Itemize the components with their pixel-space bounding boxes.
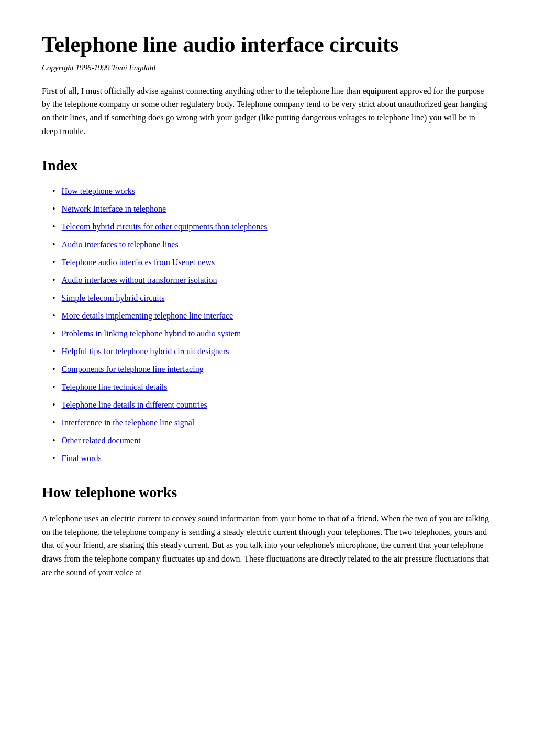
index-link-different-countries[interactable]: Telephone line details in different coun… bbox=[62, 399, 207, 411]
index-link-network-interface[interactable]: Network Interface in telephone bbox=[62, 203, 166, 215]
list-item: Problems in linking telephone hybrid to … bbox=[52, 327, 492, 340]
list-item: Telephone line technical details bbox=[52, 381, 492, 393]
index-link-simple-telecom[interactable]: Simple telecom hybrid circuits bbox=[62, 292, 165, 304]
list-item: Audio interfaces to telephone lines bbox=[52, 238, 492, 251]
index-link-how-telephone-works[interactable]: How telephone works bbox=[62, 185, 135, 198]
intro-paragraph: First of all, I must officially advise a… bbox=[42, 84, 492, 138]
index-link-other-related[interactable]: Other related document bbox=[62, 434, 141, 447]
page-title: Telephone line audio interface circuits bbox=[42, 31, 492, 58]
index-link-audio-interfaces[interactable]: Audio interfaces to telephone lines bbox=[62, 238, 179, 251]
how-telephone-heading: How telephone works bbox=[42, 481, 492, 503]
list-item: Audio interfaces without transformer iso… bbox=[52, 274, 492, 287]
list-item: Final words bbox=[52, 452, 492, 465]
index-list: How telephone works Network Interface in… bbox=[42, 185, 492, 465]
index-link-without-transformer[interactable]: Audio interfaces without transformer iso… bbox=[62, 274, 217, 287]
index-link-telecom-hybrid[interactable]: Telecom hybrid circuits for other equipm… bbox=[62, 221, 268, 233]
list-item: Telephone audio interfaces from Usenet n… bbox=[52, 256, 492, 269]
list-item: Helpful tips for telephone hybrid circui… bbox=[52, 345, 492, 358]
index-link-components[interactable]: Components for telephone line interfacin… bbox=[62, 363, 204, 376]
index-link-more-details[interactable]: More details implementing telephone line… bbox=[62, 310, 233, 322]
how-telephone-text: A telephone uses an electric current to … bbox=[42, 512, 492, 579]
list-item: Telecom hybrid circuits for other equipm… bbox=[52, 221, 492, 233]
list-item: Telephone line details in different coun… bbox=[52, 399, 492, 411]
list-item: Network Interface in telephone bbox=[52, 203, 492, 215]
index-link-interference[interactable]: Interference in the telephone line signa… bbox=[62, 417, 195, 429]
list-item: How telephone works bbox=[52, 185, 492, 198]
index-link-final-words[interactable]: Final words bbox=[62, 452, 102, 465]
index-link-helpful-tips[interactable]: Helpful tips for telephone hybrid circui… bbox=[62, 345, 229, 358]
list-item: More details implementing telephone line… bbox=[52, 310, 492, 322]
list-item: Other related document bbox=[52, 434, 492, 447]
index-link-technical-details[interactable]: Telephone line technical details bbox=[62, 381, 168, 393]
copyright-text: Copyright 1996-1999 Tomi Engdahl bbox=[42, 62, 492, 74]
list-item: Components for telephone line interfacin… bbox=[52, 363, 492, 376]
list-item: Simple telecom hybrid circuits bbox=[52, 292, 492, 304]
index-heading: Index bbox=[42, 155, 492, 177]
index-link-usenet-news[interactable]: Telephone audio interfaces from Usenet n… bbox=[62, 256, 215, 269]
index-link-problems-linking[interactable]: Problems in linking telephone hybrid to … bbox=[62, 327, 241, 340]
list-item: Interference in the telephone line signa… bbox=[52, 417, 492, 429]
